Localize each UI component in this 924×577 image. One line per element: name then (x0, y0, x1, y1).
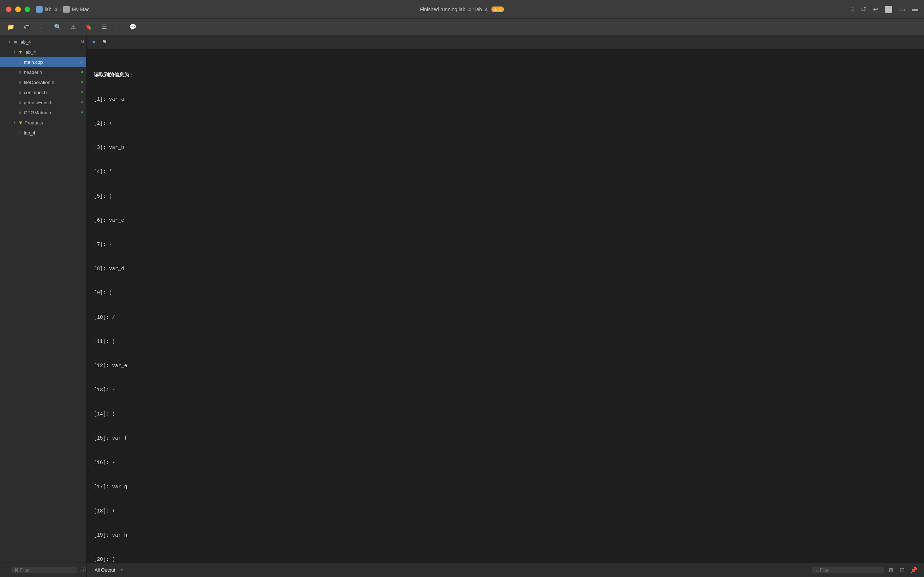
warning-triangle-icon: ⚠ (494, 7, 498, 12)
warning-badge[interactable]: ⚠ 6 (491, 6, 504, 12)
titlebar-center: Finished running lab_4 : lab_4 ⚠ 6 (420, 6, 504, 12)
sidebar-filename-header-h: header.h (24, 69, 42, 75)
search-toolbar-icon[interactable]: 🔍 (52, 22, 63, 32)
main-layout: ▾ ■ lab_4 M ▾ ▼ lab_4 (0, 35, 924, 577)
lines-icon[interactable]: ≡ (850, 5, 855, 13)
return-icon[interactable]: ↩ (873, 5, 878, 13)
mac-icon (63, 6, 69, 13)
folder-toolbar-icon[interactable]: 📁 (5, 22, 16, 32)
flag-output-btn[interactable]: ⚑ (100, 38, 108, 46)
filter-input[interactable] (20, 567, 74, 573)
traffic-lights (6, 6, 30, 12)
output-line-13: [13]: - (94, 386, 917, 394)
sidebar-item-container-h[interactable]: h container.h A (0, 87, 86, 97)
h-file-icon-opgmatrix: h (17, 110, 23, 115)
sidebar-item-products[interactable]: ▾ ▼ Products (0, 118, 86, 128)
disclosure-output-btn[interactable]: ▾ (91, 38, 97, 46)
sidebar-item-lab4-sub[interactable]: ▾ ▼ lab_4 (0, 47, 86, 57)
output-line-19: [19]: var_h (94, 531, 917, 539)
add-button[interactable]: + (3, 566, 9, 574)
breadcrumb-separator: › (59, 6, 61, 12)
clear-output-icon[interactable]: 🗑 (887, 566, 895, 574)
output-line-16: [16]: - (94, 459, 917, 467)
output-line-5: [5]: ( (94, 192, 917, 200)
minimize-button[interactable] (15, 6, 21, 12)
tab-dropdown-arrow[interactable]: ▾ (121, 568, 123, 572)
warning-count: 6 (499, 7, 502, 12)
titlebar-right-buttons: ≡ ↺ ↩ ⬜ ▭ ▬ (850, 5, 918, 13)
badge-a-getinfofunc: A (81, 100, 83, 105)
h-file-icon-getinfofunc: h (17, 100, 23, 105)
editor-layout1-icon[interactable]: ⬜ (885, 5, 893, 13)
badge-a-container: A (81, 90, 83, 95)
breadcrumb-item-mac[interactable]: My Mac (63, 6, 89, 13)
project-icon (36, 6, 43, 13)
output-line-10: [10]: / (94, 313, 917, 321)
branch-toolbar-icon[interactable]: ⑂ (114, 23, 122, 32)
output-line-2: [2]: + (94, 119, 917, 127)
sidebar-group-lab4-root: ▾ ■ lab_4 M ▾ ▼ lab_4 (0, 37, 86, 138)
h-file-icon-header: h (17, 69, 23, 75)
tag-toolbar-icon[interactable]: 🏷 (22, 23, 32, 32)
output-filter-wrap[interactable]: ⌕ (812, 567, 884, 574)
products-folder-icon: ▼ (18, 120, 23, 125)
breadcrumb-item-project[interactable]: lab_4 (36, 6, 57, 13)
output-line-1: [1]: var_a (94, 95, 917, 103)
bookmark-toolbar-icon[interactable]: 🔖 (83, 22, 95, 32)
breadcrumb-project-label: lab_4 (45, 6, 57, 12)
sidebar-content: ▾ ■ lab_4 M ▾ ▼ lab_4 (0, 35, 86, 562)
split-output-icon[interactable]: ⊡ (898, 566, 906, 574)
sidebar-label-lab4-sub: lab_4 (24, 49, 36, 55)
sidebar-filename-main-cpp: main.cpp (24, 60, 43, 65)
sidebar-item-lab4-root[interactable]: ▾ ■ lab_4 M (0, 37, 86, 47)
sidebar-item-main-cpp[interactable]: C main.cpp M (0, 57, 86, 67)
list-toolbar-icon[interactable]: ☰ (100, 22, 109, 32)
badge-a-fileoperation: A (81, 80, 83, 84)
output-line-20: [20]: ) (94, 555, 917, 562)
all-output-tab[interactable]: All Output (92, 566, 118, 574)
maximize-button[interactable] (24, 6, 30, 12)
breadcrumb: lab_4 › My Mac (36, 6, 89, 13)
comment-toolbar-icon[interactable]: 💬 (127, 22, 139, 32)
filter-magnifier-icon: ⌕ (815, 567, 818, 573)
badge-a-opgmatrix: A (81, 110, 83, 115)
editor-layout2-icon[interactable]: ▭ (899, 5, 905, 13)
cpp-file-icon: C (17, 60, 23, 64)
h-file-icon-file-operation: h (17, 80, 23, 85)
sidebar-item-opgmatrix-h[interactable]: h OPGMatrix.h A (0, 108, 86, 118)
sidebar-item-fileoperation-h[interactable]: h fileOperation.h A (0, 77, 86, 87)
badge-m-main: M (80, 60, 83, 64)
output-line-18: [18]: + (94, 507, 917, 515)
sidebar-item-header-h[interactable]: h header.h A (0, 67, 86, 77)
h-file-icon-container: h (17, 90, 23, 95)
output-line-14: [14]: ( (94, 410, 917, 418)
sidebar-filename-fileoperation-h: fileOperation.h (24, 80, 55, 85)
breadcrumb-mac-label: My Mac (72, 6, 89, 12)
run-status-text: Finished running lab_4 : lab_4 (420, 6, 488, 12)
sidebar: ▾ ■ lab_4 M ▾ ▼ lab_4 (0, 35, 87, 577)
sidebar-item-lab4-product[interactable]: lab_4 (0, 128, 86, 138)
sidebar-label-lab4-root: lab_4 (19, 39, 31, 45)
sidebar-item-getinfofunc-h[interactable]: h getInfoFunc.h A (0, 97, 86, 108)
output-panel: ▾ ⚑ 读取到的信息为： [1]: var_a [2]: + [3]: var_… (87, 35, 924, 577)
pin-output-icon[interactable]: 📌 (909, 566, 919, 574)
product-file-icon (17, 130, 23, 135)
disclosure-arrow-products: ▾ (12, 121, 16, 124)
badge-a-header: A (81, 70, 83, 74)
hierarchy-toolbar-icon[interactable]: ⋮ (37, 22, 47, 32)
output-line-4: [4]: * (94, 168, 917, 176)
output-line-6: [6]: var_c (94, 216, 917, 224)
output-line-7: [7]: - (94, 240, 917, 248)
refresh-icon[interactable]: ↺ (861, 5, 866, 13)
output-bottom-bar: All Output ▾ ⌕ 🗑 ⊡ 📌 (87, 562, 924, 577)
sidebar-label-lab4-product: lab_4 (24, 130, 36, 135)
warning-toolbar-icon[interactable]: ⚠ (69, 22, 78, 32)
editor-layout3-icon[interactable]: ▬ (912, 5, 918, 13)
output-filter-input[interactable] (820, 567, 880, 573)
close-button[interactable] (6, 6, 11, 12)
filter-search-icon: ⌘ (14, 567, 18, 573)
folder-icon-sub: ▼ (18, 49, 23, 55)
disclosure-arrow-sub: ▾ (12, 50, 16, 54)
output-content: 读取到的信息为： [1]: var_a [2]: + [3]: var_b [4… (87, 49, 924, 562)
filter-input-wrap[interactable]: ⌘ (11, 567, 77, 574)
